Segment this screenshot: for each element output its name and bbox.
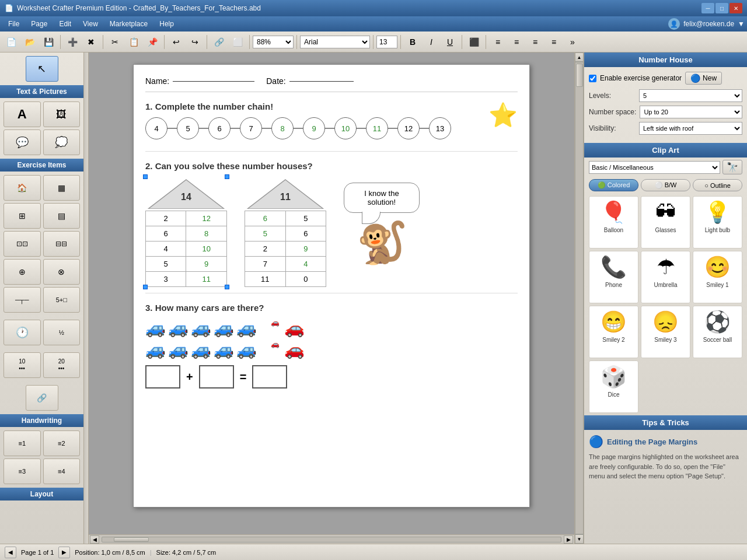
font-size-input[interactable]: [376, 36, 397, 48]
answer-box-2[interactable]: [199, 365, 234, 388]
undo-button[interactable]: ↩: [167, 34, 185, 50]
align-right-button[interactable]: ≡: [526, 34, 544, 50]
dot-pattern-tool-1[interactable]: 10•••: [4, 352, 41, 378]
speech-bubble-tool[interactable]: 💬: [4, 130, 41, 155]
user-dropdown-icon[interactable]: ▼: [738, 20, 745, 28]
align-left-button[interactable]: ≡: [489, 34, 507, 50]
clipart-umbrella[interactable]: ☂ Umbrella: [641, 251, 690, 303]
network-tool[interactable]: ⊗: [43, 259, 81, 285]
scroll-right-button[interactable]: ▶: [564, 536, 573, 544]
answer-box-1[interactable]: [145, 365, 180, 388]
menu-marketplace[interactable]: Marketplace: [104, 18, 153, 30]
answer-box-3[interactable]: [252, 365, 287, 388]
handle-bl[interactable]: [143, 285, 148, 289]
scroll-up-button[interactable]: ▲: [575, 52, 584, 62]
close-button[interactable]: ✕: [729, 3, 742, 13]
dot-pattern-tool-2[interactable]: 20•••: [43, 352, 81, 378]
font-combo[interactable]: Arial Times New Roman: [300, 36, 370, 48]
table-tool[interactable]: ▦: [43, 175, 81, 201]
diagram-tool[interactable]: ⊕: [4, 259, 41, 285]
scroll-left-button[interactable]: ◀: [90, 536, 99, 544]
frame-button[interactable]: ⬜: [229, 34, 246, 50]
new-file-button[interactable]: 📄: [2, 34, 20, 50]
clipart-smiley1[interactable]: 😊 Smiley 1: [693, 251, 742, 303]
canvas-scroll[interactable]: Name: Date: 1. Complete the number chain…: [89, 52, 574, 534]
clipart-category-combo[interactable]: Basic / Miscellaneous Animals Food: [589, 161, 720, 174]
prev-page-button[interactable]: ◀: [5, 547, 16, 558]
lines-style-1[interactable]: ≡1: [4, 430, 41, 456]
clipart-phone[interactable]: 📞 Phone: [589, 251, 638, 303]
clipart-lightbulb[interactable]: 💡 Light bulb: [693, 196, 742, 249]
lines-style-2[interactable]: ≡2: [43, 430, 81, 456]
link-button[interactable]: 🔗: [210, 34, 228, 50]
underline-button[interactable]: U: [441, 34, 459, 50]
hscroll-thumb[interactable]: [114, 537, 149, 542]
equation-tool[interactable]: 5+□: [43, 287, 81, 313]
clock-tool[interactable]: 🕐: [4, 320, 41, 345]
section-handwriting[interactable]: Handwriting: [0, 414, 83, 427]
levels-combo[interactable]: 5 3 4 6: [639, 89, 742, 102]
align-center-button[interactable]: ≡: [508, 34, 525, 50]
clipart-smiley3[interactable]: 😞 Smiley 3: [641, 306, 690, 358]
zoom-combo[interactable]: 88% 100% 150%: [253, 36, 294, 48]
visibility-combo[interactable]: Left side with roof Right side with roof…: [639, 122, 742, 135]
copy-button[interactable]: 📋: [125, 34, 142, 50]
hscroll-track[interactable]: [102, 537, 561, 542]
horizontal-scrollbar[interactable]: ◀ ▶: [89, 534, 574, 544]
vertical-scrollbar[interactable]: ▲ ▼: [574, 52, 584, 544]
thought-bubble-tool[interactable]: 💭: [43, 130, 81, 155]
bw-filter-button[interactable]: ⚪ B/W: [641, 179, 690, 191]
picture-tool[interactable]: 🖼: [43, 102, 81, 127]
handle-br[interactable]: [225, 285, 229, 289]
redo-button[interactable]: ↪: [186, 34, 204, 50]
section-text-pictures[interactable]: Text & Pictures: [0, 85, 83, 98]
left-resize-handle[interactable]: [84, 52, 89, 544]
fraction-tool[interactable]: ½: [43, 320, 81, 345]
number-space-combo[interactable]: Up to 20 Up to 10 Up to 100: [640, 106, 742, 118]
number-house-tool[interactable]: 🏠: [4, 175, 41, 201]
save-file-button[interactable]: 💾: [40, 34, 57, 50]
clipart-smiley2[interactable]: 😁 Smiley 2: [589, 306, 638, 358]
cut-button[interactable]: ✂: [106, 34, 124, 50]
menu-help[interactable]: Help: [153, 18, 180, 30]
vscroll-thumb[interactable]: [576, 64, 583, 87]
color-picker-button[interactable]: ⬛: [465, 34, 483, 50]
next-page-button[interactable]: ▶: [58, 547, 70, 558]
text-tool[interactable]: A: [4, 102, 41, 127]
minimize-button[interactable]: ─: [701, 3, 714, 13]
box-tool-1[interactable]: ⊡⊡: [4, 231, 41, 257]
menu-page[interactable]: Page: [25, 18, 53, 30]
clipart-search-button[interactable]: 🔭: [722, 160, 742, 174]
number-line-tool[interactable]: ─┬─: [4, 287, 41, 313]
section-exercise-items[interactable]: Exercise Items: [0, 159, 83, 172]
outline-filter-button[interactable]: ○ Outline: [693, 179, 742, 191]
lines-style-3[interactable]: ≡3: [4, 459, 41, 484]
menu-edit[interactable]: Edit: [53, 18, 77, 30]
remove-item-button[interactable]: ✖: [82, 34, 100, 50]
align-justify-button[interactable]: ≡: [545, 34, 563, 50]
box-tool-2[interactable]: ⊟⊟: [43, 231, 81, 257]
italic-button[interactable]: I: [423, 34, 440, 50]
scroll-down-button[interactable]: ▼: [575, 534, 584, 544]
lines-style-4[interactable]: ≡4: [43, 459, 81, 484]
clipart-soccer[interactable]: ⚽ Soccer ball: [693, 306, 742, 358]
menu-view[interactable]: View: [77, 18, 104, 30]
new-button[interactable]: 🔵 New: [685, 72, 722, 85]
select-tool[interactable]: ↖: [26, 56, 58, 82]
clipart-glasses[interactable]: 🕶 Glasses: [641, 196, 690, 249]
vscroll-track[interactable]: [575, 62, 584, 534]
paste-button[interactable]: 📌: [144, 34, 161, 50]
handle-tl[interactable]: [143, 174, 148, 179]
maximize-button[interactable]: □: [715, 3, 728, 13]
menu-file[interactable]: File: [2, 18, 25, 30]
chain-tool[interactable]: 🔗: [26, 385, 58, 411]
add-item-button[interactable]: ➕: [64, 34, 81, 50]
clipart-dice[interactable]: 🎲 Dice: [589, 360, 638, 413]
handle-tr[interactable]: [225, 174, 229, 179]
enable-generator-checkbox[interactable]: [589, 75, 596, 82]
colored-filter-button[interactable]: 🟢 Colored: [589, 179, 638, 191]
grid-tool[interactable]: ⊞: [4, 203, 41, 229]
section-layout[interactable]: Layout: [0, 488, 83, 501]
more-options-button[interactable]: »: [564, 34, 581, 50]
lines-tool[interactable]: ▤: [43, 203, 81, 229]
